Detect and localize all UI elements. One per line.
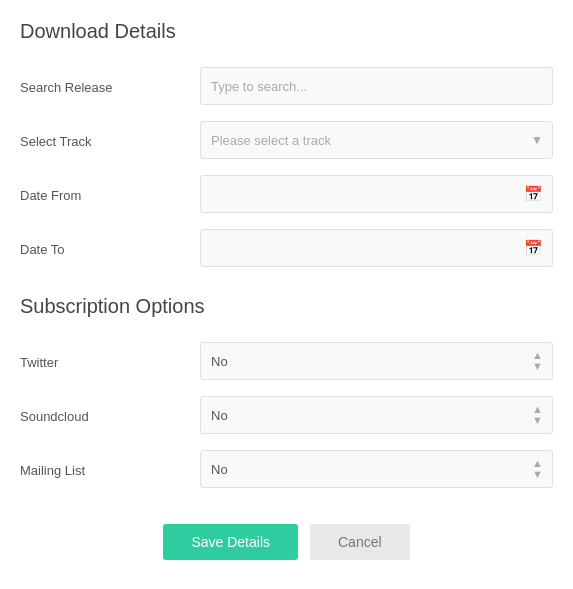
date-to-group: Date To 📅 [20, 229, 553, 267]
select-track-group: Select Track Please select a track ▼ [20, 121, 553, 159]
twitter-select[interactable]: No Yes [200, 342, 553, 380]
button-row: Save Details Cancel [20, 524, 553, 560]
date-from-wrapper: 📅 [200, 175, 553, 213]
subscription-options-title: Subscription Options [20, 295, 553, 318]
date-from-label: Date From [20, 186, 200, 203]
date-to-wrapper: 📅 [200, 229, 553, 267]
save-button[interactable]: Save Details [163, 524, 298, 560]
date-to-label: Date To [20, 240, 200, 257]
twitter-label: Twitter [20, 353, 200, 370]
date-to-input[interactable] [200, 229, 553, 267]
soundcloud-group: Soundcloud No Yes ▲▼ [20, 396, 553, 434]
download-details-title: Download Details [20, 20, 553, 43]
mailing-list-select[interactable]: No Yes [200, 450, 553, 488]
cancel-button[interactable]: Cancel [310, 524, 410, 560]
soundcloud-select[interactable]: No Yes [200, 396, 553, 434]
mailing-list-label: Mailing List [20, 461, 200, 478]
mailing-list-select-wrapper: No Yes ▲▼ [200, 450, 553, 488]
search-release-group: Search Release [20, 67, 553, 105]
twitter-select-wrapper: No Yes ▲▼ [200, 342, 553, 380]
mailing-list-group: Mailing List No Yes ▲▼ [20, 450, 553, 488]
date-from-input[interactable] [200, 175, 553, 213]
select-track-wrapper: Please select a track ▼ [200, 121, 553, 159]
twitter-group: Twitter No Yes ▲▼ [20, 342, 553, 380]
soundcloud-label: Soundcloud [20, 407, 200, 424]
date-from-group: Date From 📅 [20, 175, 553, 213]
select-track-label: Select Track [20, 132, 200, 149]
soundcloud-select-wrapper: No Yes ▲▼ [200, 396, 553, 434]
search-release-label: Search Release [20, 78, 200, 95]
search-release-input[interactable] [200, 67, 553, 105]
select-track-input[interactable]: Please select a track [200, 121, 553, 159]
